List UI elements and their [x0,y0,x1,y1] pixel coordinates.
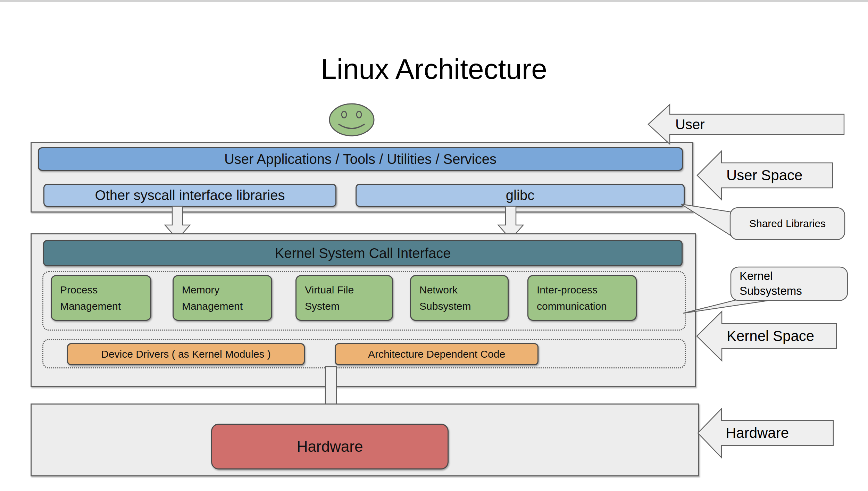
architecture-dependent-code-box: Architecture Dependent Code [335,343,539,365]
subsystem-label: System [305,300,340,312]
kernel-subsystems-label: Kernel Subsystems [740,267,844,300]
hardware-box-label: Hardware [297,438,363,455]
hardware-box: Hardware [211,424,449,469]
user-arrow-label: User [675,114,704,134]
page-title: Linux Architecture [0,53,868,85]
subsystem-box-memory-management: Memory Management [173,275,272,321]
subsystem-box-inter-process-communication: Inter-process communication [527,275,637,321]
subsystem-box-network-subsystem: Network Subsystem [410,275,509,321]
kernel-subsystems-line1: Kernel [740,269,773,284]
subsystem-label: communication [537,300,607,312]
top-border-strip [0,0,868,2]
subsystem-label: Management [182,300,243,312]
user-space-arrow-label: User Space [726,163,802,188]
subsystem-label: Subsystem [419,300,471,312]
glibc-box: glibc [356,184,685,207]
hardware-arrow-label: Hardware [726,421,789,446]
smiley-face-icon [328,103,375,137]
kernel-subsystems-line2: Subsystems [740,284,802,299]
other-syscall-libraries-label: Other syscall interface libraries [95,188,285,203]
kernel-syscall-interface-label: Kernel System Call Interface [275,246,451,261]
subsystem-label: Management [60,300,121,312]
shared-libraries-label: Shared Libraries [730,208,845,240]
subsystem-label: Virtual File [305,284,354,296]
subsystem-label: Process [60,284,98,296]
user-applications-bar: User Applications / Tools / Utilities / … [38,147,683,171]
linux-architecture-diagram: Linux Architecture User Applications / T… [0,0,868,491]
device-drivers-label: Device Drivers ( as Kernel Modules ) [101,348,270,360]
subsystem-label: Network [419,284,458,296]
device-drivers-box: Device Drivers ( as Kernel Modules ) [67,343,305,365]
subsystem-box-process-management: Process Management [51,275,151,321]
kernel-syscall-interface-bar: Kernel System Call Interface [43,240,683,266]
other-syscall-libraries-box: Other syscall interface libraries [43,184,336,207]
architecture-dependent-code-label: Architecture Dependent Code [368,348,505,360]
glibc-label: glibc [506,188,534,203]
kernel-space-arrow-label: Kernel Space [727,324,814,349]
subsystem-box-virtual-file-system: Virtual File System [295,275,393,321]
subsystem-label: Memory [182,284,219,296]
subsystem-label: Inter-process [537,284,598,296]
user-applications-label: User Applications / Tools / Utilities / … [224,151,496,167]
